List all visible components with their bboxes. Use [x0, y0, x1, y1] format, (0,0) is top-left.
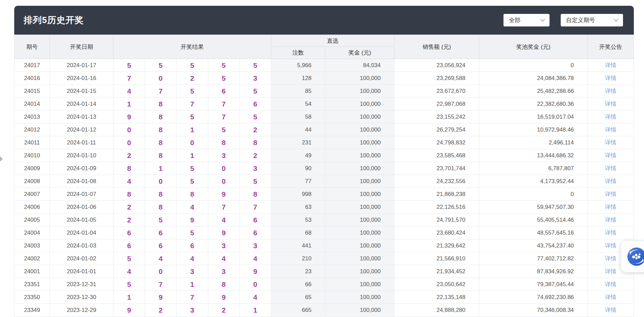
cell-prize: 100,000 — [325, 278, 394, 291]
cell-bets: 58 — [271, 111, 325, 123]
detail-link[interactable]: 详情 — [605, 294, 616, 300]
detail-link[interactable]: 详情 — [605, 101, 616, 107]
cell-sales: 21,934,452 — [394, 265, 479, 278]
cell-draw-number-1: 4 — [113, 175, 145, 188]
cell-prize: 100,000 — [325, 265, 394, 278]
cell-draw-number-4: 5 — [208, 123, 239, 136]
title-bar: 排列5历史开奖 全部 自定义期号 — [14, 6, 634, 35]
detail-link[interactable]: 详情 — [605, 178, 616, 184]
cell-draw-number-3: 1 — [176, 149, 208, 162]
cell-date: 2023-12-31 — [50, 278, 113, 291]
cell-date: 2024-01-09 — [50, 162, 113, 175]
chevron-down-icon — [540, 19, 545, 22]
cell-draw-number-3: 5 — [176, 175, 208, 188]
detail-link[interactable]: 详情 — [605, 307, 616, 313]
detail-link[interactable]: 详情 — [605, 281, 616, 288]
filter-dropdown-all[interactable]: 全部 — [503, 14, 550, 26]
detail-link[interactable]: 详情 — [605, 139, 616, 146]
cell-draw-number-1: 9 — [113, 304, 145, 317]
detail-link[interactable]: 详情 — [605, 75, 616, 81]
col-header-result: 开奖结果 — [113, 35, 271, 59]
table-row: 24006 2024-01-06 2 8 4 7 7 63 100,000 22… — [15, 201, 634, 214]
cell-draw-number-2: 6 — [145, 226, 176, 239]
cell-draw-number-5: 3 — [239, 162, 271, 175]
cell-announcement: 详情 — [587, 188, 634, 201]
cell-date: 2024-01-01 — [50, 265, 113, 278]
cell-draw-number-3: 0 — [176, 136, 208, 149]
panel-collapse-handle[interactable] — [0, 156, 3, 162]
cell-draw-number-4: 3 — [208, 265, 239, 278]
cell-date: 2024-01-11 — [50, 136, 113, 149]
detail-link[interactable]: 详情 — [605, 62, 616, 68]
cell-draw-number-2: 8 — [145, 201, 176, 214]
col-header-prize: 奖金 (元) — [325, 47, 394, 59]
lottery-logo-icon — [627, 247, 644, 266]
cell-announcement: 详情 — [587, 175, 634, 188]
cell-draw-number-1: 4 — [113, 265, 145, 278]
cell-prize: 100,000 — [325, 214, 394, 226]
cell-jackpot: 59,947,507.30 — [479, 201, 587, 214]
cell-jackpot: 25,482,288.66 — [479, 85, 587, 98]
filter-dropdown-period[interactable]: 自定义期号 — [561, 14, 623, 26]
cell-announcement: 详情 — [587, 123, 634, 136]
cell-jackpot: 77,402,712.82 — [479, 252, 587, 265]
detail-link[interactable]: 详情 — [605, 114, 616, 120]
detail-link[interactable]: 详情 — [605, 268, 616, 275]
cell-sales: 22,987,068 — [394, 98, 479, 111]
cell-draw-number-5: 5 — [239, 59, 271, 72]
detail-link[interactable]: 详情 — [605, 255, 616, 262]
cell-jackpot: 4,173,952.44 — [479, 175, 587, 188]
cell-prize: 100,000 — [325, 72, 394, 85]
cell-draw-number-3: 9 — [176, 214, 208, 226]
cell-jackpot: 48,557,645.16 — [479, 226, 587, 239]
cell-draw-number-5: 5 — [239, 85, 271, 98]
cell-draw-number-1: 2 — [113, 149, 145, 162]
cell-draw-number-3: 4 — [176, 201, 208, 214]
detail-link[interactable]: 详情 — [605, 191, 616, 197]
cell-announcement: 详情 — [587, 214, 634, 226]
cell-period: 24006 — [15, 201, 50, 214]
table-row: 24011 2024-01-11 0 8 0 8 8 231 100,000 2… — [15, 136, 634, 149]
cell-draw-number-5: 4 — [239, 291, 271, 304]
cell-draw-number-4: 3 — [208, 239, 239, 252]
detail-link[interactable]: 详情 — [605, 152, 616, 159]
detail-link[interactable]: 详情 — [605, 165, 616, 172]
cell-draw-number-2: 4 — [145, 252, 176, 265]
cell-draw-number-1: 8 — [113, 188, 145, 201]
cell-period: 24014 — [15, 98, 50, 111]
detail-link[interactable]: 详情 — [605, 242, 616, 249]
cell-date: 2024-01-08 — [50, 175, 113, 188]
cell-sales: 24,232,556 — [394, 175, 479, 188]
detail-link[interactable]: 详情 — [605, 230, 616, 236]
cell-jackpot: 13,444,686.32 — [479, 149, 587, 162]
cell-period: 24012 — [15, 123, 50, 136]
cell-sales: 21,329,642 — [394, 239, 479, 252]
table-row: 24013 2024-01-13 9 8 5 7 5 58 100,000 23… — [15, 111, 634, 123]
cell-announcement: 详情 — [587, 201, 634, 214]
cell-date: 2024-01-06 — [50, 201, 113, 214]
cell-draw-number-3: 5 — [176, 85, 208, 98]
cell-draw-number-1: 0 — [113, 123, 145, 136]
detail-link[interactable]: 详情 — [605, 217, 616, 223]
cell-jackpot: 16,519,017.04 — [479, 111, 587, 123]
cell-draw-number-1: 0 — [113, 136, 145, 149]
detail-link[interactable]: 详情 — [605, 204, 616, 210]
cell-draw-number-4: 3 — [208, 149, 239, 162]
cell-sales: 24,791,570 — [394, 214, 479, 226]
cell-prize: 100,000 — [325, 123, 394, 136]
detail-link[interactable]: 详情 — [605, 88, 616, 94]
detail-link[interactable]: 详情 — [605, 126, 616, 133]
table-row: 24015 2024-01-15 4 7 5 6 5 85 100,000 23… — [15, 85, 634, 98]
cell-period: 24005 — [15, 214, 50, 226]
cell-date: 2024-01-02 — [50, 252, 113, 265]
cell-draw-number-5: 6 — [239, 226, 271, 239]
cell-draw-number-2: 8 — [145, 123, 176, 136]
filter-controls: 全部 自定义期号 — [503, 14, 623, 26]
cell-draw-number-2: 8 — [145, 98, 176, 111]
cell-announcement: 详情 — [587, 304, 634, 317]
cell-draw-number-5: 2 — [239, 123, 271, 136]
cell-sales: 26,279,254 — [394, 123, 479, 136]
cell-draw-number-3: 7 — [176, 291, 208, 304]
cell-announcement: 详情 — [587, 149, 634, 162]
floating-widget-button[interactable] — [621, 241, 644, 272]
